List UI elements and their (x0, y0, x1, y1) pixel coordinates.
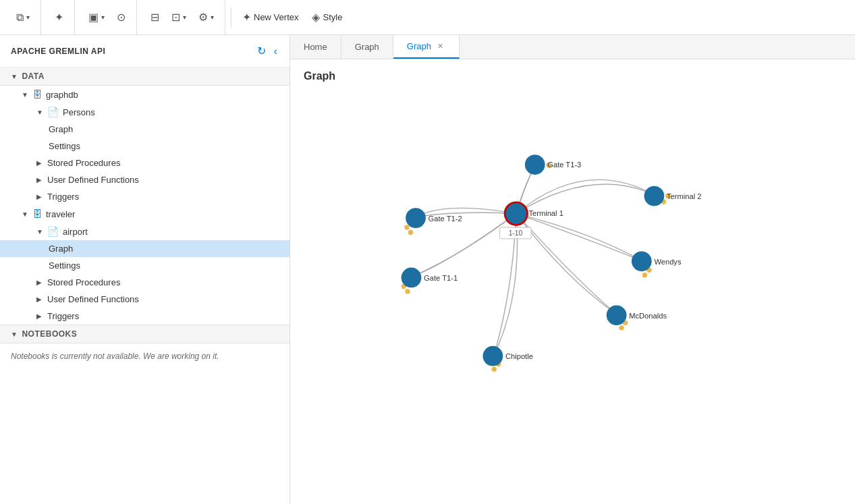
node-gate-t1-2[interactable] (406, 208, 426, 228)
bookmark-button[interactable]: ⊟ (145, 7, 165, 28)
node-wendys-label: Wendys (654, 258, 682, 266)
persons-label: Persons (63, 107, 95, 117)
tab-home[interactable]: Home (290, 35, 341, 59)
style-button[interactable]: ◈ Style (306, 7, 348, 28)
user-def-1-label: User Defined Functions (47, 175, 139, 185)
stored-proc-2-chevron-icon: ▶ (36, 279, 43, 286)
tree-item-airport-graph[interactable]: Graph (0, 240, 289, 257)
tab-graph2-label: Graph (407, 41, 431, 51)
traveler-icon: 🗄 (32, 208, 42, 219)
star-icon: ✦ (55, 11, 63, 24)
node-gate-t1-1-label: Gate T1-1 (424, 274, 458, 282)
node-gate-t1-1[interactable] (402, 268, 422, 288)
settings-button[interactable]: ⚙ ▾ (193, 7, 219, 28)
user-def-2-chevron-icon: ▶ (36, 296, 43, 303)
toolbar: ⧉ ▾ ✦ ▣ ▾ ⊙ ⊟ ⊡ ▾ ⚙ ▾ ✦ New Vertex (0, 0, 855, 35)
star-button[interactable]: ✦ (49, 7, 69, 28)
copy-chevron-icon: ▾ (26, 13, 30, 21)
tree-item-airport-settings[interactable]: Settings (0, 257, 289, 274)
node-chipotle[interactable] (483, 346, 503, 366)
sidebar-scroll: ▼ DATA ▼ 🗄 graphdb ▼ 📄 Persons Graph Set… (0, 67, 289, 504)
tree-item-triggers-2[interactable]: ▶ Triggers (0, 308, 289, 325)
stored-proc-1-chevron-icon: ▶ (36, 159, 43, 167)
bookmark-icon: ⊟ (150, 11, 159, 24)
dot-chipotle-3 (492, 367, 497, 372)
section-notebooks[interactable]: ▼ NOTEBOOKS (0, 325, 289, 343)
sidebar-header: APACHE GREMLIN API ↻ ‹ (0, 35, 289, 67)
triggers-2-label: Triggers (47, 311, 79, 321)
user-def-1-chevron-icon: ▶ (36, 176, 43, 184)
toolbar-group-star: ✦ (44, 0, 75, 34)
tab-home-label: Home (304, 42, 327, 52)
tab-graph1[interactable]: Graph (341, 35, 393, 59)
settings-chevron-icon: ▾ (211, 13, 214, 21)
copy-button[interactable]: ⧉ ▾ (11, 7, 35, 28)
triggers-1-label: Triggers (47, 192, 79, 202)
github-button[interactable]: ⊙ (111, 7, 131, 28)
airport-doc-icon: 📄 (47, 226, 59, 237)
tree-item-traveler[interactable]: ▼ 🗄 traveler (0, 205, 289, 223)
dot-gate-t1-2-3 (408, 230, 413, 235)
tree-item-airport[interactable]: ▼ 📄 airport (0, 223, 289, 240)
dot-mcdonalds-3 (619, 325, 624, 330)
node-mcdonalds[interactable] (607, 305, 627, 325)
edge-terminal1-gate-t1-1 (412, 214, 516, 277)
node-gate-t1-3-label: Gate T1-3 (547, 161, 581, 169)
sidebar: APACHE GREMLIN API ↻ ‹ ▼ DATA ▼ 🗄 graphd… (0, 35, 290, 504)
copy-icon: ⧉ (16, 11, 24, 24)
airport-graph-label: Graph (49, 244, 73, 254)
tree-item-persons[interactable]: ▼ 📄 Persons (0, 103, 289, 121)
settings-icon: ⚙ (198, 11, 208, 24)
triggers-1-chevron-icon: ▶ (36, 193, 43, 200)
airport-settings-label: Settings (49, 260, 80, 271)
style-label: Style (323, 12, 342, 22)
panel-chevron-icon: ▾ (101, 13, 105, 21)
tree-item-stored-proc-1[interactable]: ▶ Stored Procedures (0, 155, 289, 171)
folder-button[interactable]: ⊡ ▾ (166, 7, 192, 28)
toolbar-group-docs: ⊟ ⊡ ▾ ⚙ ▾ (140, 0, 225, 34)
collapse-button[interactable]: ‹ (273, 44, 279, 59)
toolbar-separator (231, 7, 231, 28)
dot-wendys-3 (642, 273, 647, 277)
style-icon: ◈ (312, 11, 320, 24)
node-wendys[interactable] (632, 251, 652, 271)
persons-chevron-icon: ▼ (36, 109, 43, 116)
node-mcdonalds-label: McDonalds (629, 312, 667, 320)
stored-proc-2-label: Stored Procedures (47, 277, 120, 287)
node-terminal2[interactable] (644, 186, 665, 206)
tree-item-user-def-1[interactable]: ▶ User Defined Functions (0, 171, 289, 188)
persons-doc-icon: 📄 (47, 107, 59, 117)
graphdb-chevron-icon: ▼ (22, 91, 28, 99)
airport-label: airport (63, 227, 88, 237)
tree-item-graphdb[interactable]: ▼ 🗄 graphdb (0, 86, 289, 103)
triggers-2-chevron-icon: ▶ (36, 312, 43, 320)
section-data[interactable]: ▼ DATA (0, 67, 289, 86)
tree-item-persons-graph[interactable]: Graph (0, 121, 289, 138)
graphdb-icon: 🗄 (32, 89, 42, 100)
tree-item-triggers-1[interactable]: ▶ Triggers (0, 188, 289, 205)
panel-button[interactable]: ▣ ▾ (83, 7, 110, 28)
content-area: Home Graph Graph ✕ Graph (290, 35, 855, 504)
section-data-chevron-icon: ▼ (11, 73, 18, 80)
tree-item-persons-settings[interactable]: Settings (0, 138, 289, 155)
new-vertex-label: New Vertex (254, 12, 298, 22)
range-label: 1-10 (509, 229, 523, 237)
traveler-chevron-icon: ▼ (22, 211, 28, 218)
node-gate-t1-3[interactable] (525, 155, 545, 175)
tree-item-user-def-2[interactable]: ▶ User Defined Functions (0, 291, 289, 308)
tab-graph2-close-icon[interactable]: ✕ (435, 41, 445, 51)
edge-gate-t1-1-terminal1 (412, 214, 516, 277)
refresh-button[interactable]: ↻ (256, 43, 267, 59)
new-vertex-button[interactable]: ✦ New Vertex (237, 7, 304, 28)
node-terminal1[interactable] (505, 202, 527, 225)
main-area: APACHE GREMLIN API ↻ ‹ ▼ DATA ▼ 🗄 graphd… (0, 35, 855, 504)
section-data-label: DATA (22, 72, 45, 81)
traveler-label: traveler (46, 209, 75, 219)
panel-icon: ▣ (88, 11, 99, 24)
persons-settings-label: Settings (49, 141, 80, 151)
tree-item-stored-proc-2[interactable]: ▶ Stored Procedures (0, 274, 289, 291)
tab-graph2[interactable]: Graph ✕ (393, 35, 460, 59)
node-terminal2-label: Terminal 2 (667, 192, 701, 200)
section-notebooks-chevron-icon: ▼ (11, 331, 18, 338)
node-terminal1-label: Terminal 1 (528, 209, 563, 217)
